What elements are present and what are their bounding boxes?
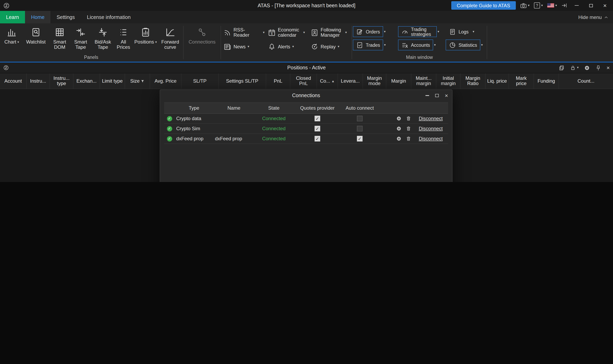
- help-button[interactable]: ? ▾: [534, 2, 543, 9]
- dialog-close-icon[interactable]: ×: [445, 92, 448, 98]
- chevron-down-icon[interactable]: ▾: [473, 30, 474, 33]
- ribbon-economic-calendar-button[interactable]: $ Economic calendar ▾: [266, 27, 309, 38]
- chevron-down-icon[interactable]: ▾: [17, 40, 19, 44]
- chevron-down-icon[interactable]: ▾: [345, 31, 347, 34]
- column-header-closed-pnl[interactable]: Closed PnL: [290, 73, 317, 89]
- following-manager-icon: [310, 29, 319, 37]
- ribbon-connections-button[interactable]: Connections: [185, 26, 219, 46]
- chevron-down-icon[interactable]: ▾: [303, 31, 305, 34]
- delete-connection-trash-icon[interactable]: [406, 126, 411, 131]
- hide-menu-button[interactable]: Hide menu: [573, 11, 613, 23]
- pin-icon[interactable]: [595, 65, 601, 71]
- quotes-provider-checkbox[interactable]: [315, 116, 320, 121]
- chevron-down-icon[interactable]: ▾: [481, 43, 483, 47]
- delete-connection-trash-icon[interactable]: [406, 136, 411, 142]
- menu-tab-settings[interactable]: Settings: [51, 11, 81, 23]
- column-header-initial-margin[interactable]: Initial margin: [436, 73, 461, 89]
- auto-connect-checkbox[interactable]: [357, 136, 362, 142]
- ribbon-smart-tape-button[interactable]: Smart Tape: [70, 26, 91, 51]
- chevron-down-icon[interactable]: ▾: [384, 43, 386, 47]
- ribbon-rss-reader-button[interactable]: RSS-Reader ▾: [222, 27, 266, 38]
- ribbon-chart-button[interactable]: Chart▾: [1, 26, 23, 46]
- column-header-count[interactable]: Count...: [559, 73, 613, 89]
- auto-connect-checkbox[interactable]: [357, 126, 362, 131]
- ribbon-alerts-button[interactable]: Alerts ▾: [266, 43, 309, 51]
- ribbon-news-button[interactable]: News ▾: [222, 43, 266, 51]
- column-header-margin[interactable]: Margin: [386, 73, 411, 89]
- column-header-instrument[interactable]: Instru...: [27, 73, 50, 89]
- ribbon-watchlist-button[interactable]: Watchlist: [23, 26, 49, 46]
- column-header-co-sorted[interactable]: Co...▲: [317, 73, 338, 89]
- auto-connect-checkbox[interactable]: [357, 116, 362, 121]
- screenshot-camera-button[interactable]: ▾: [520, 3, 530, 8]
- chevron-down-icon[interactable]: ▾: [155, 40, 157, 44]
- connection-settings-gear-icon[interactable]: [396, 136, 402, 142]
- connection-settings-gear-icon[interactable]: [396, 116, 402, 121]
- ribbon-logs-button[interactable]: Logs: [446, 26, 472, 37]
- chevron-down-icon[interactable]: ▾: [577, 66, 579, 69]
- language-selector[interactable]: ▾: [547, 3, 557, 8]
- ribbon-trades-button[interactable]: Trades: [353, 39, 383, 50]
- ribbon-orders-button[interactable]: Orders: [353, 26, 383, 37]
- menu-tab-learn[interactable]: Learn: [0, 11, 25, 23]
- chevron-down-icon[interactable]: ▾: [555, 4, 557, 7]
- quotes-provider-checkbox[interactable]: [315, 126, 320, 131]
- maximize-button[interactable]: [586, 1, 596, 10]
- settings-gear-icon[interactable]: [584, 65, 590, 71]
- menu-tab-home[interactable]: Home: [25, 11, 51, 23]
- close-window-icon[interactable]: ×: [607, 65, 610, 71]
- quotes-provider-checkbox[interactable]: [315, 136, 320, 142]
- chevron-down-icon[interactable]: ▾: [292, 45, 294, 48]
- chevron-down-icon[interactable]: ▾: [384, 30, 386, 33]
- column-header-settings-sltp[interactable]: Settings SL/TP: [219, 73, 266, 89]
- column-header-size[interactable]: Size: [125, 73, 150, 89]
- delete-connection-trash-icon[interactable]: [406, 116, 411, 121]
- ribbon-positions-button[interactable]: Positions▾: [132, 26, 159, 46]
- column-header-leverage[interactable]: Levera...: [338, 73, 363, 89]
- column-header-funding[interactable]: Funding: [534, 73, 559, 89]
- ribbon-all-prices-button[interactable]: All Prices: [115, 26, 132, 51]
- ribbon-trading-strategies-button[interactable]: Trading strategies: [398, 26, 437, 37]
- column-header-maintenance-margin[interactable]: Maint... margin: [411, 73, 436, 89]
- ribbon-bid-ask-tape-button[interactable]: Bid/Ask Tape: [91, 26, 115, 51]
- connection-settings-gear-icon[interactable]: [396, 126, 402, 131]
- column-header-limit-type[interactable]: Limit type: [100, 73, 125, 89]
- chevron-down-icon[interactable]: ▾: [541, 4, 543, 7]
- ribbon-smart-dom-button[interactable]: Smart DOM: [49, 26, 70, 51]
- ribbon-replay-button[interactable]: Replay ▾: [309, 43, 351, 51]
- column-header-avg-price[interactable]: Avg. Price: [150, 73, 182, 89]
- complete-guide-button[interactable]: Complete Guide to ATAS: [451, 1, 516, 10]
- column-header-liq-price[interactable]: Liq. price: [486, 73, 509, 89]
- chevron-down-icon[interactable]: ▾: [438, 30, 439, 33]
- chevron-down-icon[interactable]: ▾: [248, 45, 249, 48]
- menu-tab-license[interactable]: License information: [81, 11, 137, 23]
- column-header-pnl[interactable]: PnL: [266, 73, 290, 89]
- dialog-minimize-icon[interactable]: [426, 95, 429, 96]
- chevron-down-icon[interactable]: ▾: [528, 4, 530, 7]
- minimize-button[interactable]: [572, 1, 582, 10]
- duplicate-window-icon[interactable]: [559, 65, 565, 71]
- dialog-maximize-icon[interactable]: [435, 94, 439, 97]
- disconnect-link[interactable]: Disconnect: [419, 126, 443, 131]
- column-header-margin-ratio[interactable]: Margin Ratio: [461, 73, 486, 89]
- chevron-down-icon[interactable]: ▾: [338, 45, 339, 48]
- ribbon-accounts-button[interactable]: Accounts: [398, 39, 433, 50]
- statistics-icon: [449, 41, 456, 49]
- chevron-down-icon[interactable]: ▾: [263, 31, 265, 34]
- chevron-down-icon[interactable]: ▾: [434, 43, 436, 47]
- ribbon-following-manager-button[interactable]: Following Manager ▾: [309, 27, 351, 38]
- column-header-account[interactable]: Account: [0, 73, 27, 89]
- column-header-exchange[interactable]: Exchan...: [73, 73, 100, 89]
- ribbon-forward-curve-button[interactable]: Forward curve: [159, 26, 182, 51]
- column-header-margin-mode[interactable]: Margin mode: [363, 73, 386, 89]
- column-header-mark-price[interactable]: Mark price: [509, 73, 534, 89]
- lock-button[interactable]: ▾: [570, 65, 579, 71]
- dock-to-tray-button[interactable]: [561, 3, 567, 8]
- ribbon-statistics-button[interactable]: Statistics: [446, 39, 480, 50]
- column-header-instrument-type[interactable]: Instru... type: [50, 73, 73, 89]
- menu-bar: Learn Home Settings License information …: [0, 11, 613, 23]
- disconnect-link[interactable]: Disconnect: [419, 136, 443, 142]
- close-button[interactable]: ×: [600, 1, 610, 10]
- disconnect-link[interactable]: Disconnect: [419, 116, 443, 121]
- column-header-sltp[interactable]: SL/TP: [182, 73, 219, 89]
